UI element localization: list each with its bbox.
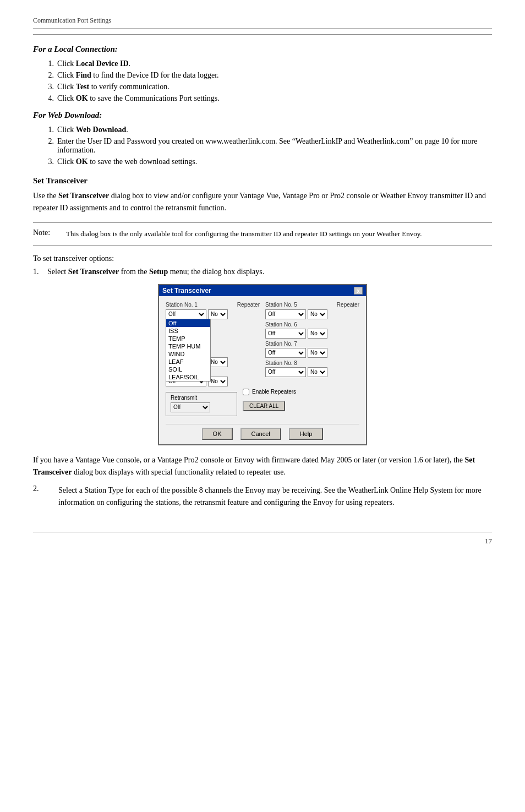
station7-row: Off No: [265, 348, 359, 358]
dropdown-option-leafsoil[interactable]: LEAF/SOIL: [166, 373, 210, 381]
post-dialog-paragraph: If you have a Vantage Vue console, or a …: [33, 454, 492, 478]
dropdown-option-leaf[interactable]: LEAF: [166, 358, 210, 366]
station1-row: Off ISS TEMP TEMP HUM WIND LEAF SOIL LEA…: [166, 309, 260, 319]
station6-label: Station No. 6: [265, 321, 359, 328]
step2-num: 2.: [33, 484, 44, 515]
page-number: 17: [33, 537, 492, 546]
step-num: 3.: [44, 83, 54, 91]
retransmit-label: Retransmit: [171, 395, 232, 401]
station-1-group: Station No. 1 Repeater Off ISS TEMP TE: [166, 302, 260, 319]
page: Communication Port Settings For a Local …: [0, 0, 525, 812]
station1-select[interactable]: Off ISS TEMP TEMP HUM WIND LEAF SOIL LEA…: [166, 309, 206, 319]
set-transceiver-dialog: Set Transceiver x Station No. 1 Repeater: [158, 284, 367, 445]
list-item: 3. Click Test to verify communication.: [44, 83, 492, 91]
station-8-group: Station No. 8 Off No: [265, 360, 359, 377]
station1-select-container: Off ISS TEMP TEMP HUM WIND LEAF SOIL LEA…: [166, 309, 206, 319]
web-download-list: 1. Click Web Download. 2. Enter the User…: [44, 126, 492, 166]
station8-select[interactable]: Off: [265, 367, 306, 377]
bold-text: Web Download: [76, 126, 126, 134]
step-text: Click Test to verify communication.: [57, 83, 169, 91]
dropdown-option-soil[interactable]: SOIL: [166, 366, 210, 373]
step-text: Click OK to save the Communications Port…: [57, 94, 220, 103]
note-label: Note:: [33, 228, 61, 239]
station5-header: Station No. 5 Repeater: [265, 302, 359, 309]
note-text: This dialog box is the only available to…: [66, 228, 422, 239]
bold-text: Local Device ID: [76, 59, 129, 68]
retransmit-select[interactable]: Off: [171, 402, 210, 412]
station6-select[interactable]: Off: [265, 329, 306, 339]
dropdown-option-temphum[interactable]: TEMP HUM: [166, 342, 210, 350]
step1-num: 1.: [33, 268, 44, 276]
dropdown-option-wind[interactable]: WIND: [166, 350, 210, 358]
dialog-title: Set Transceiver: [162, 287, 211, 295]
stations-layout: Station No. 1 Repeater Off ISS TEMP TE: [166, 302, 359, 389]
enable-repeaters-checkbox[interactable]: [243, 389, 249, 395]
station1-dropdown-open: Off ISS TEMP TEMP HUM WIND LEAF SOIL LEA…: [166, 319, 211, 382]
list-item: 2. Enter the User ID and Password you cr…: [44, 137, 492, 155]
bold-text: OK: [76, 157, 88, 166]
list-item: 1. Click Web Download.: [44, 126, 492, 134]
set-transceiver-section: Set Transceiver Use the Set Transceiver …: [33, 176, 492, 214]
list-item: 4. Click OK to save the Communications P…: [44, 94, 492, 103]
station8-label: Station No. 8: [265, 360, 359, 366]
station1-repeater-select[interactable]: No A B C D E F G H: [208, 309, 228, 319]
page-header: Communication Port Settings: [33, 17, 492, 29]
station1-label: Station No. 1: [166, 302, 198, 308]
clear-all-button[interactable]: CLEAR ALL: [243, 401, 285, 411]
step-num: 4.: [44, 94, 54, 103]
step-num: 1.: [44, 126, 54, 134]
dialog-titlebar: Set Transceiver x: [159, 285, 366, 296]
dropdown-option-temp[interactable]: TEMP: [166, 335, 210, 342]
step-text: Enter the User ID and Password you creat…: [57, 137, 492, 155]
note-box: Note: This dialog box is the only availa…: [33, 222, 492, 246]
list-item: 2. Click Find to find the Device ID for …: [44, 71, 492, 80]
step1-text: Select Set Transceiver from the Setup me…: [47, 268, 264, 276]
bold-setup: Setup: [149, 268, 168, 276]
bold-text: OK: [76, 94, 88, 102]
dropdown-option-iss[interactable]: ISS: [166, 327, 210, 335]
right-controls: Enable Repeaters CLEAR ALL: [243, 389, 359, 411]
retransmit-row: Off: [171, 402, 232, 412]
list-item: 1. Click Local Device ID.: [44, 59, 492, 68]
header-title: Communication Port Settings: [33, 17, 111, 24]
step-num: 2.: [44, 137, 54, 155]
station5-select[interactable]: Off: [265, 309, 306, 319]
ok-button[interactable]: OK: [202, 428, 233, 440]
step2-container: 2. Select a Station Type for each of the…: [33, 484, 492, 515]
station-5-group: Station No. 5 Repeater Off No: [265, 302, 359, 319]
station7-label: Station No. 7: [265, 341, 359, 347]
station6-repeater-select[interactable]: No: [308, 329, 327, 339]
web-download-heading: For Web Download:: [33, 111, 492, 120]
stations-left-col: Station No. 1 Repeater Off ISS TEMP TE: [166, 302, 260, 389]
cancel-button[interactable]: Cancel: [240, 428, 281, 440]
station5-label: Station No. 5: [265, 302, 297, 308]
enable-repeaters-row: Enable Repeaters: [243, 389, 296, 395]
station-6-group: Station No. 6 Off No: [265, 321, 359, 339]
bold-text: Test: [76, 83, 89, 91]
dialog-buttons: OK Cancel Help: [166, 424, 359, 440]
bottom-rule: [33, 532, 492, 532]
step-text: Click OK to save the web download settin…: [57, 157, 197, 166]
station1-repeater-label: Repeater: [237, 302, 260, 309]
station5-repeater-select[interactable]: No: [308, 309, 327, 319]
dropdown-option-off[interactable]: Off: [166, 319, 210, 327]
local-connection-heading: For a Local Connection:: [33, 45, 492, 54]
station7-repeater-select[interactable]: No: [308, 348, 327, 358]
dialog-body: Station No. 1 Repeater Off ISS TEMP TE: [159, 296, 366, 444]
dialog-close-button[interactable]: x: [354, 287, 363, 295]
station4-repeater-select[interactable]: No: [208, 377, 228, 386]
step-text: Click Local Device ID.: [57, 59, 130, 68]
station5-row: Off No: [265, 309, 359, 319]
bold-text: Set Transceiver: [58, 192, 109, 200]
enable-repeaters-label: Enable Repeaters: [252, 389, 296, 395]
station8-row: Off No: [265, 367, 359, 377]
stations-right-col: Station No. 5 Repeater Off No: [265, 302, 359, 389]
help-button[interactable]: Help: [289, 428, 324, 440]
list-item: 3. Click OK to save the web download set…: [44, 157, 492, 166]
station8-repeater-select[interactable]: No: [308, 367, 327, 377]
dialog-wrapper: Set Transceiver x Station No. 1 Repeater: [33, 284, 492, 445]
set-transceiver-paragraph: Use the Set Transceiver dialog box to vi…: [33, 190, 492, 214]
station3-repeater-select[interactable]: No: [208, 357, 228, 367]
local-connection-section: For a Local Connection: 1. Click Local D…: [33, 45, 492, 103]
station7-select[interactable]: Off: [265, 348, 306, 358]
